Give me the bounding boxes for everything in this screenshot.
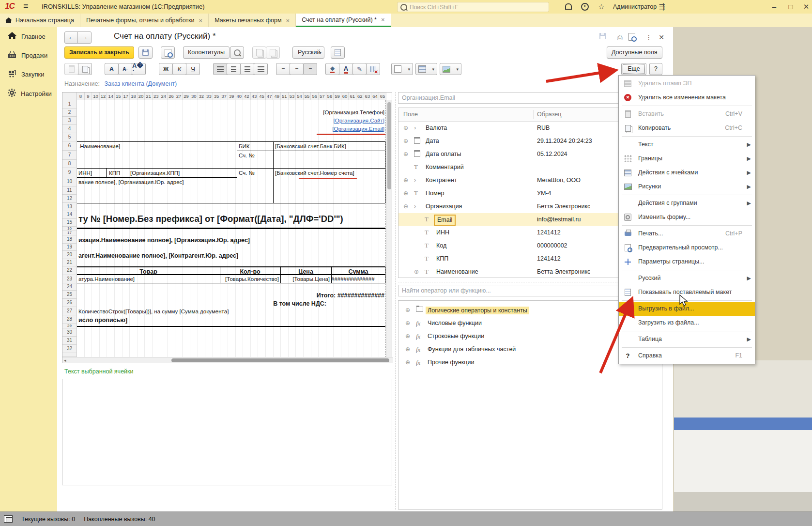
column-header[interactable]: 61 (349, 93, 356, 100)
menu-item-18[interactable]: Русский▶ (619, 271, 755, 285)
column-header[interactable]: 10 (92, 93, 100, 100)
align-center-button[interactable] (227, 63, 241, 75)
column-header[interactable]: 55 (304, 93, 311, 100)
column-header[interactable]: 64 (371, 93, 379, 100)
column-header[interactable]: 9 (85, 93, 92, 100)
cell-invoice-title[interactable]: ту № [Номер.Без префикса] от [Формат([Да… (78, 214, 343, 224)
row-header[interactable]: 21 (62, 259, 77, 266)
layout-spreadsheet[interactable]: 8910121415171820212324262729303233353739… (62, 92, 392, 363)
column-header[interactable]: 62 (356, 93, 364, 100)
cell-goods-qty[interactable]: [Товары.Количество] (220, 276, 279, 282)
sidebar-item-2[interactable]: Закупки (0, 65, 57, 84)
column-header[interactable]: 54 (296, 93, 304, 100)
vertical-align-bottom-button[interactable]: = (303, 63, 317, 75)
clear-cell-button[interactable] (366, 63, 380, 75)
column-header[interactable]: 12 (100, 93, 107, 100)
edit-cell-button[interactable]: ✎ (352, 63, 367, 75)
service-menu-icon[interactable]: ⇶ (657, 2, 667, 12)
goods-header-row[interactable]: Товар Кол-во Цена Сумма (77, 266, 385, 275)
font-color-button[interactable]: А (339, 63, 353, 75)
row-header[interactable]: 20 (62, 251, 77, 259)
tab-1[interactable]: Печатные формы, отчеты и обработки× (80, 14, 209, 27)
sheet-row-headers[interactable]: 1234567891011121314151617181920212223242… (62, 100, 77, 357)
column-header[interactable]: 21 (145, 93, 153, 100)
expand-icon[interactable]: ⊕ (403, 151, 408, 157)
font-button[interactable]: А (105, 63, 119, 75)
menu-item-11[interactable]: Действия с группами▶ (619, 196, 755, 210)
expand-icon[interactable]: ⊕ (405, 359, 410, 366)
vertical-align-top-button[interactable]: = (276, 63, 290, 75)
menu-item-16[interactable]: Параметры страницы... (619, 255, 755, 269)
cell-kpp-label[interactable]: КПП (109, 170, 120, 176)
maximize-button[interactable]: □ (785, 2, 796, 12)
underline-button[interactable]: Ч (186, 63, 200, 75)
minimize-button[interactable]: – (769, 2, 780, 12)
close-window-button[interactable]: ✕ (801, 2, 812, 12)
row-header[interactable]: 28 (62, 315, 77, 324)
expand-icon[interactable]: ⊕ (403, 190, 408, 197)
sheet-column-headers[interactable]: 8910121415171820212324262729303233353739… (77, 93, 386, 100)
cell-org-phone[interactable]: [Организация.Телефон] (323, 109, 384, 115)
fill-color-button[interactable]: ◆ (325, 63, 339, 75)
expand-icon[interactable]: ⊕ (405, 307, 410, 313)
sidebar-item-0[interactable]: Главное (0, 27, 57, 46)
sheet-content[interactable]: [Организация.Телефон] [Организация.Сайт]… (77, 100, 386, 357)
column-header[interactable]: 30 (190, 93, 198, 100)
column-header[interactable]: 15 (115, 93, 123, 100)
expand-icon[interactable]: ⊕ (403, 177, 408, 184)
cell-account-label-2[interactable]: Сч. № (239, 170, 255, 176)
row-header[interactable]: 25 (62, 291, 77, 299)
find-icon[interactable] (628, 33, 640, 43)
cell-vat[interactable]: В том числе НДС: (273, 300, 326, 307)
expand-icon[interactable]: ⊕ (414, 268, 419, 275)
cell-org-email[interactable]: [Организация.Email] (332, 126, 384, 132)
back-button[interactable]: ← (64, 31, 78, 44)
paste-icon[interactable] (64, 63, 78, 75)
sheet-corner[interactable] (62, 93, 77, 100)
menu-item-0[interactable]: Удалить штамп ЭП (619, 77, 755, 91)
row-header[interactable]: 14 (62, 211, 77, 219)
column-header[interactable]: 33 (205, 93, 213, 100)
bold-button[interactable]: Ж (159, 63, 173, 75)
expand-icon[interactable]: ⊕ (405, 346, 410, 353)
sidebar-item-3[interactable]: Настройки (0, 84, 57, 103)
selected-cell-textarea[interactable] (62, 379, 392, 485)
row-header[interactable]: 3 (62, 117, 77, 125)
cell-inn[interactable]: ИНН] (78, 170, 92, 176)
column-header[interactable]: 23 (153, 93, 160, 100)
cell-customer-line[interactable]: агент.Наименование полное], [Контрагент.… (78, 252, 238, 259)
global-search-input[interactable]: Поиск Ctrl+Shift+F (397, 2, 549, 12)
align-justify-button[interactable] (254, 63, 268, 75)
available-fields-button[interactable]: Доступные поля (607, 46, 662, 59)
tab-close-icon[interactable]: × (286, 17, 290, 24)
row-header[interactable]: 10 (62, 177, 77, 186)
row-header[interactable]: 29 (62, 324, 77, 328)
tab-0[interactable]: Начальная страница (0, 14, 80, 27)
column-header[interactable]: 49 (273, 93, 281, 100)
row-header[interactable]: 26 (62, 299, 77, 307)
borders-dropdown[interactable]: ▾ (391, 63, 413, 75)
column-header[interactable]: 35 (213, 93, 221, 100)
column-header[interactable]: 17 (123, 93, 130, 100)
column-header[interactable]: 27 (175, 93, 183, 100)
cell-amount-words[interactable]: исло прописью] (78, 317, 127, 324)
column-header[interactable]: 58 (326, 93, 334, 100)
column-header[interactable]: 53 (289, 93, 296, 100)
column-header[interactable]: 20 (138, 93, 145, 100)
cells-dropdown[interactable]: ▾ (415, 63, 437, 75)
cell-bik-label[interactable]: БИК (239, 143, 250, 149)
menu-item-24[interactable]: Таблица▶ (619, 332, 755, 346)
sidebar-item-1[interactable]: Продажи (0, 46, 57, 65)
notifications-bell-icon[interactable] (563, 2, 574, 12)
tab-3[interactable]: Счет на оплату (Русский) *× (296, 14, 391, 27)
forward-button[interactable]: → (77, 31, 92, 44)
column-header[interactable]: 43 (251, 93, 259, 100)
hamburger-menu-icon[interactable]: ≡ (23, 1, 29, 11)
row-header[interactable]: 27 (62, 307, 77, 315)
column-header[interactable]: 59 (334, 93, 341, 100)
cell-org-site[interactable]: [Организация.Сайт] (334, 118, 384, 124)
cell-supplier-line[interactable]: изация.Наименование полное], [Организаци… (78, 237, 250, 244)
zoom-button[interactable] (230, 46, 244, 59)
expand-icon[interactable]: ⊕ (405, 333, 410, 340)
row-header[interactable]: 12 (62, 195, 77, 203)
